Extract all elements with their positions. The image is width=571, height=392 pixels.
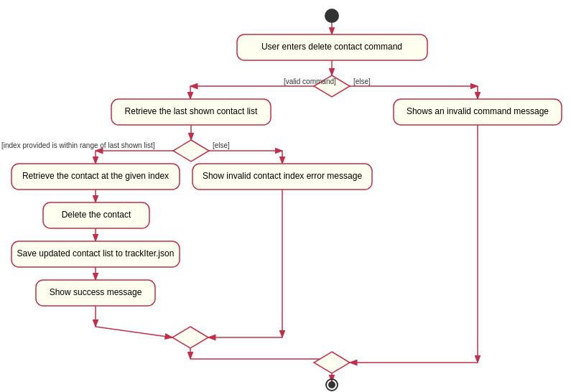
label-else1: [else] — [353, 78, 371, 85]
invalid-index-label: Show invalid contact index error message — [203, 171, 362, 181]
delete-contact-label: Delete the contact — [62, 210, 131, 220]
retrieve-list-label: Retrieve the last shown contact list — [125, 106, 258, 116]
show-success-label: Show success message — [50, 287, 142, 297]
save-contact-label: Save updated contact list to trackIter.j… — [17, 248, 175, 258]
user-command-label: User enters delete contact command — [261, 42, 402, 52]
activity-diagram: User enters delete contact command [vali… — [0, 0, 571, 392]
merge-diamond-1 — [172, 327, 208, 348]
start-node — [325, 9, 339, 23]
merge-diamond-2 — [314, 352, 350, 373]
decision-index-range — [173, 140, 209, 162]
end-node-inner — [328, 381, 335, 388]
invalid-command-label: Shows an invalid command message — [407, 106, 549, 116]
retrieve-contact-label: Retrieve the contact at the given index — [22, 171, 169, 181]
arrow-success-to-merge1b — [96, 327, 172, 337]
label-else2: [else] — [213, 141, 230, 149]
label-valid-command: [valid command] — [284, 78, 336, 85]
label-index-range: [index provided is within range of last … — [1, 141, 155, 149]
